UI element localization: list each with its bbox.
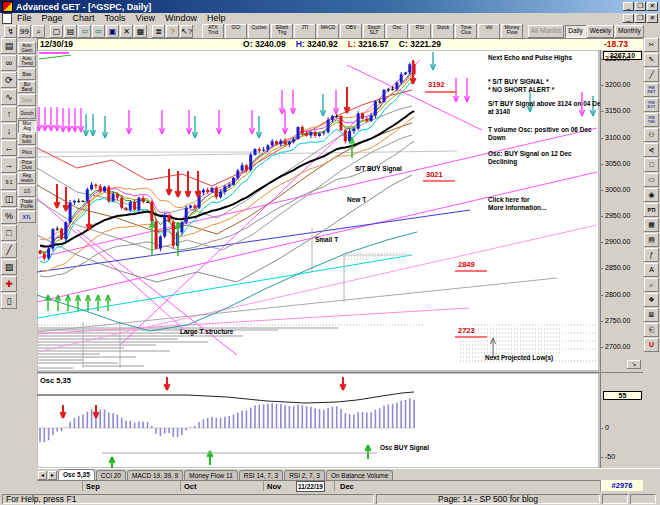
color-settings-icon[interactable]: ❖ (644, 293, 659, 307)
regression-icon[interactable]: ƒ (644, 248, 659, 262)
fib-extension-button[interactable]: FIBEXT (644, 98, 659, 112)
scroll-right-icon[interactable]: → (1, 157, 17, 173)
study-button-osc[interactable]: Osc (386, 24, 408, 39)
fib-retracement-button[interactable]: FIBRET (644, 83, 659, 97)
undo-button[interactable]: U (644, 338, 659, 352)
forward-icon[interactable]: ⇨ (92, 25, 105, 38)
tab-scroll-left[interactable]: ◄ (38, 471, 47, 480)
bar-spacing-icon[interactable]: 9:1 (1, 174, 17, 190)
text-tool-icon[interactable]: A (644, 263, 659, 277)
reset-study-icon[interactable]: ⟳ (1, 72, 17, 88)
document-icon[interactable] (2, 13, 12, 24)
oscillator-chart[interactable]: Osc 5,35Osc BUY Signal (37, 373, 600, 469)
context-help-icon[interactable]: ↖? (180, 25, 193, 38)
study-button-macd[interactable]: MACD (317, 24, 339, 39)
help-icon[interactable]: ? (166, 25, 179, 38)
scroll-down-icon[interactable]: ↓ (1, 123, 17, 139)
menu-file[interactable]: File (12, 13, 37, 24)
study-button-cycles[interactable]: Cycles (248, 24, 270, 39)
tool-pivot[interactable]: Pivot (18, 146, 36, 158)
timeframe-monthly[interactable]: Monthly (615, 25, 644, 38)
delete-drawing-icon[interactable]: ⊠ (644, 308, 659, 322)
timeframe-weekly[interactable]: Weekly (587, 25, 614, 38)
back-icon[interactable]: ⇦ (78, 25, 91, 38)
restore-button[interactable]: ❐ (635, 2, 646, 11)
link-charts-icon[interactable]: ∞ (1, 55, 17, 71)
menu-chart[interactable]: Chart (68, 13, 100, 24)
eraser-tool-icon[interactable]: ✂ (644, 38, 659, 52)
price-scale[interactable]: 3267.103250.003200.003150.003100.003050.… (600, 50, 644, 372)
tool-reg-resion[interactable]: Regresion (18, 172, 36, 184)
zoom-icon[interactable]: ⌕ (32, 25, 45, 38)
child-close-button[interactable]: ✕ (647, 14, 658, 23)
tool-trade-profile[interactable]: TradeProfile (18, 198, 36, 210)
make-or-break-icon[interactable]: ◉ (644, 188, 659, 202)
gann-grid-icon[interactable]: ▨ (1, 259, 17, 275)
study-button-vol[interactable]: Vol (478, 24, 500, 39)
study-button-stoch[interactable]: StochSLT (363, 24, 385, 39)
delete-icon[interactable]: ✕ (120, 25, 133, 38)
quote-page-icon[interactable]: 99 (18, 25, 31, 38)
price-chart[interactable]: 3192302128492723Next Echo and Pulse High… (37, 50, 600, 372)
close-button[interactable]: ✕ (647, 2, 658, 11)
menu-view[interactable]: View (131, 13, 160, 24)
oscillator-scale[interactable]: 550-50 (600, 373, 644, 469)
tool-delta[interactable]: Delta (18, 94, 36, 106)
tool-para-bolic[interactable]: Parabolic (18, 133, 36, 145)
tool-mov-avg[interactable]: MovAvg (18, 120, 36, 132)
pointer-icon[interactable]: ↯ (4, 25, 17, 38)
properties-icon[interactable]: ▯ (1, 293, 17, 309)
copy-drawing-icon[interactable]: ⎗ (644, 323, 659, 337)
axis-date-box[interactable]: 11/22/19 (296, 481, 325, 492)
open-group-icon[interactable]: ▤ (1, 38, 17, 54)
menu-tools[interactable]: Tools (100, 13, 131, 24)
tool-bol-band[interactable]: BolBand (18, 81, 36, 93)
ellipse-tool-icon[interactable]: ⬭ (644, 173, 659, 187)
open-chart-icon[interactable]: ▤ (64, 25, 77, 38)
menu-page[interactable]: Page (37, 13, 68, 24)
percent-change-icon[interactable]: % (1, 208, 17, 224)
study-button-atx[interactable]: ATXTrnd (202, 24, 224, 39)
mob-icon[interactable]: ▤ (644, 233, 659, 247)
scale-adjust-button[interactable]: ↘ (627, 360, 641, 369)
main-chart-panel[interactable]: 3192302128492723Next Echo and Pulse High… (37, 50, 643, 372)
study-button-stock[interactable]: Stock (432, 24, 454, 39)
study-button-elliott[interactable]: ElliottTrig (271, 24, 293, 39)
study-button-jti[interactable]: JTI (294, 24, 316, 39)
zoom-tool-icon[interactable]: ⌕ (644, 278, 659, 292)
tool-xtl[interactable]: XTL (18, 211, 36, 223)
elliott-wave-icon[interactable]: ∿ (1, 89, 17, 105)
lines-tool-icon[interactable]: ╱ (1, 242, 17, 258)
menu-window[interactable]: Window (160, 13, 202, 24)
timeframe-daily[interactable]: Daily (565, 25, 585, 38)
tab-scroll-right[interactable]: ► (48, 471, 57, 480)
oscillator-panel[interactable]: Osc 5,35Osc BUY Signal 550-50 (37, 372, 643, 469)
study-button-oci[interactable]: OCI (225, 24, 247, 39)
tool-price-clust[interactable]: PriceClust (18, 159, 36, 171)
add-study-icon[interactable]: ✚ (1, 276, 17, 292)
study-button-rsi[interactable]: RSI (409, 24, 431, 39)
andrews-pitchfork-icon[interactable]: ⋞ (644, 143, 659, 157)
rectangle-tool-icon[interactable]: □ (644, 158, 659, 172)
menu-help[interactable]: Help (202, 13, 231, 24)
trendline-tool-icon[interactable]: ╱ (644, 68, 659, 82)
tool-donch[interactable]: Donch (18, 107, 36, 119)
box-tool-icon[interactable]: □ (1, 225, 17, 241)
minimize-button[interactable]: _ (623, 2, 634, 11)
child-minimize-button[interactable]: _ (623, 14, 634, 23)
tool-1-3[interactable]: 1/3 (18, 185, 36, 197)
study-button-time[interactable]: TimeClus (455, 24, 477, 39)
scroll-up-icon[interactable]: ↑ (1, 106, 17, 122)
print-icon[interactable]: ≣ (152, 25, 165, 38)
pencil-tool-icon[interactable]: ✎ (644, 53, 659, 67)
pti-button[interactable]: PTI (644, 203, 659, 217)
fib-time-button[interactable]: FIBTML (644, 113, 659, 127)
copy-chart-icon[interactable]: ▦ (134, 25, 147, 38)
timeframe-all-months[interactable]: All Months (528, 25, 564, 38)
tool-auto-gann[interactable]: AutoGann (18, 42, 36, 54)
grid-icon[interactable]: ▦ (644, 218, 659, 232)
split-window-icon[interactable]: ◫ (1, 191, 17, 207)
new-chart-icon[interactable]: ▢ (50, 25, 63, 38)
study-button-obv[interactable]: OBV (340, 24, 362, 39)
tool-auto-trend[interactable]: AutoTrend (18, 55, 36, 67)
